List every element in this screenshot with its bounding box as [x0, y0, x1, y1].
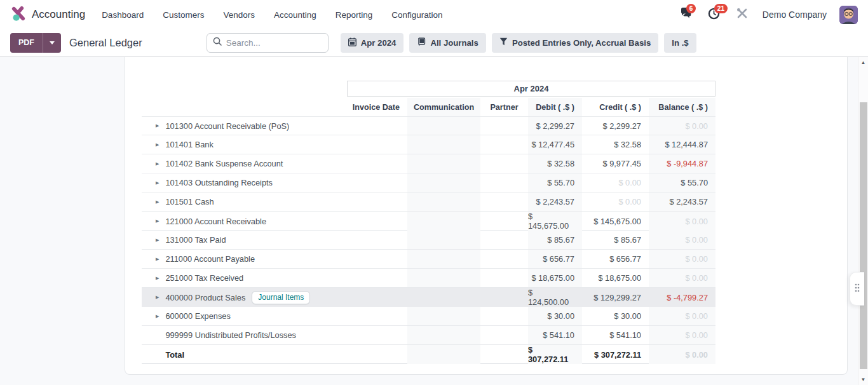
- journals-filter-label: All Journals: [430, 38, 478, 48]
- partner-cell: [480, 154, 528, 173]
- balance-cell: $ 2,243.57: [649, 192, 715, 211]
- expand-caret-icon[interactable]: ▶: [156, 219, 159, 224]
- invoice-date-cell: [347, 250, 407, 268]
- activities-button[interactable]: 21: [707, 7, 722, 22]
- expand-caret-icon[interactable]: ▶: [156, 123, 159, 128]
- communication-cell: [407, 269, 480, 287]
- account-name: 101402 Bank Suspense Account: [165, 159, 283, 168]
- expand-caret-icon[interactable]: ▶: [156, 276, 159, 281]
- menu-customers[interactable]: Customers: [163, 10, 204, 20]
- credit-cell: $ 129,299.27: [582, 288, 649, 307]
- expand-caret-icon[interactable]: ▶: [156, 161, 159, 166]
- credit-cell: $ 2,299.27: [582, 117, 649, 135]
- debit-cell: $ 12,477.45: [528, 135, 582, 154]
- table-row[interactable]: ▶ 101300 Account Receivable (PoS) $ 2,29…: [142, 116, 715, 135]
- period-header: Apr 2024: [347, 81, 715, 97]
- expand-caret-icon[interactable]: ▶: [156, 199, 159, 205]
- expand-caret-icon[interactable]: ▶: [156, 180, 159, 186]
- main-menu: Dashboard Customers Vendors Accounting R…: [102, 10, 443, 20]
- table-row[interactable]: ▶ 101402 Bank Suspense Account $ 32.58 $…: [142, 154, 715, 173]
- credit-cell: $ 541.10: [582, 326, 649, 344]
- date-filter-button[interactable]: Apr 2024: [341, 33, 404, 53]
- invoice-date-cell: [347, 212, 407, 231]
- partner-cell: [480, 117, 528, 135]
- user-avatar[interactable]: [839, 6, 858, 24]
- search-box[interactable]: [207, 33, 329, 53]
- table-row[interactable]: ▶ 131000 Tax Paid $ 85.67 $ 85.67 $ 0.00: [142, 231, 715, 250]
- expand-caret-icon[interactable]: ▶: [156, 142, 159, 147]
- messages-button[interactable]: 6: [679, 7, 694, 22]
- scroll-down-arrow[interactable]: ▼: [858, 377, 868, 382]
- partner-cell: [480, 231, 528, 249]
- account-name: 999999 Undistributed Profits/Losses: [165, 330, 296, 340]
- header-invoice-date: Invoice Date: [347, 98, 407, 116]
- pdf-dropdown-button[interactable]: [43, 33, 61, 53]
- partner-cell: [480, 269, 528, 287]
- communication-cell: [407, 345, 480, 364]
- invoice-date-cell: [347, 173, 407, 192]
- currency-filter-button[interactable]: In .$: [664, 33, 696, 53]
- table-row[interactable]: ▶ Total $ 307,272.11 $ 307,272.11 $ 0.00: [142, 345, 715, 364]
- menu-dashboard[interactable]: Dashboard: [102, 10, 144, 20]
- credit-cell: $ 9,977.45: [582, 154, 649, 173]
- table-row[interactable]: ▶ 400000 Product Sales Journal Items $ 1…: [142, 288, 715, 307]
- vertical-scrollbar[interactable]: ▲ ▼: [858, 57, 868, 385]
- company-switcher[interactable]: Demo Company: [763, 10, 827, 20]
- page-title: General Ledger: [69, 37, 142, 49]
- search-icon: [213, 37, 222, 48]
- debit-cell: $ 145,675.00: [528, 212, 582, 231]
- debit-cell: $ 2,299.27: [528, 117, 582, 135]
- balance-cell: $ -9,944.87: [649, 154, 715, 173]
- debit-cell: $ 2,243.57: [528, 192, 582, 211]
- partner-cell: [480, 135, 528, 154]
- journal-items-button[interactable]: Journal Items: [252, 291, 310, 304]
- partner-cell: [480, 192, 528, 211]
- table-row[interactable]: ▶ 999999 Undistributed Profits/Losses $ …: [142, 326, 715, 345]
- account-name: 211000 Account Payable: [165, 254, 255, 264]
- table-row[interactable]: ▶ 251000 Tax Received $ 18,675.00 $ 18,6…: [142, 269, 715, 288]
- header-communication: Communication: [407, 98, 480, 116]
- table-row[interactable]: ▶ 101501 Cash $ 2,243.57 $ 0.00 $ 2,243.…: [142, 192, 715, 212]
- tools-button[interactable]: [735, 7, 750, 22]
- credit-cell: $ 18,675.00: [582, 269, 649, 287]
- balance-cell: $ 0.00: [649, 250, 715, 268]
- content-area: Apr 2024 Invoice Date Communication Part…: [0, 57, 868, 385]
- journals-filter-button[interactable]: All Journals: [409, 33, 485, 53]
- menu-accounting[interactable]: Accounting: [274, 10, 316, 20]
- header-balance: Balance ( .$ ): [649, 98, 715, 116]
- table-row[interactable]: ▶ 600000 Expenses $ 30.00 $ 30.00 $ 0.00: [142, 307, 715, 326]
- pdf-button[interactable]: PDF: [10, 33, 43, 53]
- menu-vendors[interactable]: Vendors: [223, 10, 255, 20]
- expand-caret-icon[interactable]: ▶: [156, 314, 159, 319]
- expand-caret-icon[interactable]: ▶: [156, 238, 159, 243]
- partner-cell: [480, 345, 528, 364]
- header-debit: Debit ( .$ ): [528, 98, 582, 116]
- account-name: 101501 Cash: [165, 197, 214, 206]
- odoo-accounting-logo-icon: [10, 6, 26, 24]
- scrollbar-thumb[interactable]: [860, 102, 867, 369]
- communication-cell: [407, 307, 480, 325]
- activities-badge: 21: [714, 4, 728, 13]
- menu-reporting[interactable]: Reporting: [336, 10, 373, 20]
- balance-cell: $ 12,444.87: [649, 135, 715, 154]
- table-row[interactable]: ▶ 101401 Bank $ 12,477.45 $ 32.58 $ 12,4…: [142, 135, 715, 154]
- invoice-date-cell: [347, 117, 407, 135]
- menu-configuration[interactable]: Configuration: [391, 10, 442, 20]
- expand-caret-icon[interactable]: ▶: [156, 257, 159, 262]
- invoice-date-cell: [347, 154, 407, 173]
- scroll-up-arrow[interactable]: ▲: [858, 60, 868, 65]
- partner-cell: [480, 212, 528, 231]
- account-name: 400000 Product Sales: [165, 293, 245, 302]
- expand-caret-icon[interactable]: ▶: [156, 295, 159, 300]
- side-panel-handle[interactable]: [850, 272, 864, 306]
- search-input[interactable]: [226, 38, 322, 48]
- communication-cell: [407, 288, 480, 307]
- balance-cell: $ 0.00: [649, 269, 715, 287]
- table-row[interactable]: ▶ 211000 Account Payable $ 656.77 $ 656.…: [142, 250, 715, 269]
- table-row[interactable]: ▶ 121000 Account Receivable $ 145,675.00…: [142, 212, 715, 231]
- options-filter-button[interactable]: Posted Entries Only, Accrual Basis: [492, 33, 658, 53]
- table-row[interactable]: ▶ 101403 Outstanding Receipts $ 55.70 $ …: [142, 173, 715, 192]
- chevron-down-icon: [50, 41, 55, 44]
- account-name: 121000 Account Receivable: [165, 217, 266, 226]
- app-switcher[interactable]: Accounting: [10, 6, 85, 24]
